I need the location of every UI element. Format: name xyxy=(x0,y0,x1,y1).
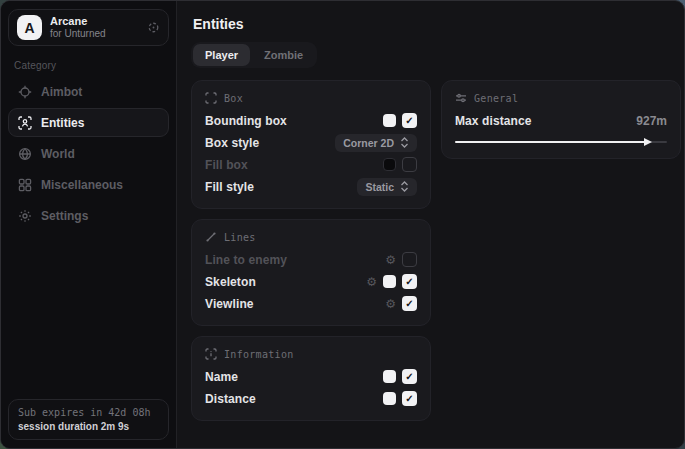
content-columns: Box Bounding box Box style Corner 2D xyxy=(191,80,681,421)
information-card-header: Information xyxy=(205,348,417,360)
box-card-title: Box xyxy=(224,93,243,104)
fill-box-checkbox[interactable] xyxy=(402,157,417,172)
distance-checkbox[interactable] xyxy=(402,391,417,406)
target-icon[interactable] xyxy=(147,21,160,34)
max-distance-label: Max distance xyxy=(455,114,630,128)
general-card-title: General xyxy=(474,93,518,104)
information-card: Information Name Distance xyxy=(191,336,431,421)
logo-card: A Arcane for Unturned xyxy=(8,9,169,46)
viewline-checkbox[interactable] xyxy=(402,296,417,311)
bounding-box-row: Bounding box xyxy=(205,110,417,131)
viewline-row: Viewline ⚙ xyxy=(205,293,417,314)
viewline-label: Viewline xyxy=(205,297,379,311)
fill-style-dropdown[interactable]: Static xyxy=(357,178,417,196)
bounding-box-color-swatch[interactable] xyxy=(383,114,396,127)
app-logo: A xyxy=(17,15,42,40)
skeleton-color-swatch[interactable] xyxy=(383,275,396,288)
fill-box-label: Fill box xyxy=(205,158,377,172)
information-card-title: Information xyxy=(224,349,294,360)
sidebar-item-label: World xyxy=(41,147,75,161)
right-column: General Max distance 927m xyxy=(441,80,681,159)
lines-card-header: Lines xyxy=(205,231,417,243)
fill-box-row: Fill box xyxy=(205,154,417,175)
line-to-enemy-settings-icon[interactable]: ⚙ xyxy=(385,254,396,266)
sidebar-item-miscellaneous[interactable]: Miscellaneous xyxy=(8,170,169,199)
max-distance-slider[interactable] xyxy=(455,137,667,147)
tab-player[interactable]: Player xyxy=(193,44,250,66)
left-column: Box Bounding box Box style Corner 2D xyxy=(191,80,431,421)
page-title: Entities xyxy=(193,16,681,32)
skeleton-row: Skeleton ⚙ xyxy=(205,271,417,292)
sidebar-item-entities[interactable]: Entities xyxy=(8,108,169,137)
box-style-row: Box style Corner 2D xyxy=(205,132,417,153)
sidebar-item-label: Entities xyxy=(41,116,84,130)
unfold-icon xyxy=(400,137,409,148)
gear-icon xyxy=(18,209,32,223)
distance-row: Distance xyxy=(205,388,417,409)
lines-card: Lines Line to enemy ⚙ Skeleton ⚙ Vi xyxy=(191,219,431,326)
globe-icon xyxy=(18,147,32,161)
general-card: General Max distance 927m xyxy=(441,80,681,159)
crosshair-icon xyxy=(18,85,32,99)
bounding-box-label: Bounding box xyxy=(205,114,377,128)
tab-zombie[interactable]: Zombie xyxy=(252,44,315,66)
sliders-icon xyxy=(455,92,467,104)
skeleton-label: Skeleton xyxy=(205,275,360,289)
name-label: Name xyxy=(205,370,377,384)
sidebar: A Arcane for Unturned Category Aimbot xyxy=(1,1,177,448)
sidebar-item-label: Settings xyxy=(41,209,88,223)
sidebar-item-label: Aimbot xyxy=(41,85,82,99)
general-card-header: General xyxy=(455,92,667,104)
sidebar-item-settings[interactable]: Settings xyxy=(8,201,169,230)
bounding-box-checkbox[interactable] xyxy=(402,113,417,128)
entity-tabs: Player Zombie xyxy=(191,42,317,68)
app-subtitle: for Unturned xyxy=(50,28,139,40)
sidebar-item-world[interactable]: World xyxy=(8,139,169,168)
max-distance-value: 927m xyxy=(636,114,667,128)
box-style-label: Box style xyxy=(205,136,329,150)
box-brackets-icon xyxy=(205,92,217,104)
max-distance-slider-fill[interactable] xyxy=(455,141,646,143)
app-identity: Arcane for Unturned xyxy=(50,15,139,39)
box-card: Box Bounding box Box style Corner 2D xyxy=(191,80,431,209)
app-window: A Arcane for Unturned Category Aimbot xyxy=(0,0,685,449)
subscription-info: Sub expires in 42d 08h session duration … xyxy=(8,399,169,440)
viewline-settings-icon[interactable]: ⚙ xyxy=(385,298,396,310)
name-color-swatch[interactable] xyxy=(383,370,396,383)
name-checkbox[interactable] xyxy=(402,369,417,384)
max-distance-row: Max distance 927m xyxy=(455,110,667,131)
session-duration-text: session duration 2m 9s xyxy=(18,421,159,432)
skeleton-settings-icon[interactable]: ⚙ xyxy=(366,276,377,288)
category-label: Category xyxy=(14,60,163,71)
box-style-dropdown[interactable]: Corner 2D xyxy=(335,134,417,152)
fill-style-row: Fill style Static xyxy=(205,176,417,197)
app-name: Arcane xyxy=(50,15,139,28)
distance-color-swatch[interactable] xyxy=(383,392,396,405)
main-panel: Entities Player Zombie Box Bounding box xyxy=(177,1,685,448)
grid-icon xyxy=(18,178,32,192)
distance-label: Distance xyxy=(205,392,377,406)
fill-style-value: Static xyxy=(365,181,394,193)
sidebar-item-aimbot[interactable]: Aimbot xyxy=(8,77,169,106)
box-card-header: Box xyxy=(205,92,417,104)
sub-expiry-text: Sub expires in 42d 08h xyxy=(18,407,159,418)
lines-card-title: Lines xyxy=(224,232,256,243)
line-to-enemy-row: Line to enemy ⚙ xyxy=(205,249,417,270)
name-row: Name xyxy=(205,366,417,387)
fill-style-label: Fill style xyxy=(205,180,351,194)
fill-box-color-swatch[interactable] xyxy=(383,158,396,171)
line-to-enemy-label: Line to enemy xyxy=(205,253,379,267)
unfold-icon xyxy=(400,181,409,192)
line-to-enemy-checkbox[interactable] xyxy=(402,252,417,267)
sidebar-item-label: Miscellaneous xyxy=(41,178,123,192)
box-style-value: Corner 2D xyxy=(343,137,394,149)
person-scan-icon xyxy=(18,116,32,130)
sidebar-nav: Aimbot Entities World xyxy=(8,77,169,230)
info-scan-icon xyxy=(205,348,217,360)
diagonal-line-icon xyxy=(205,231,217,243)
skeleton-checkbox[interactable] xyxy=(402,274,417,289)
